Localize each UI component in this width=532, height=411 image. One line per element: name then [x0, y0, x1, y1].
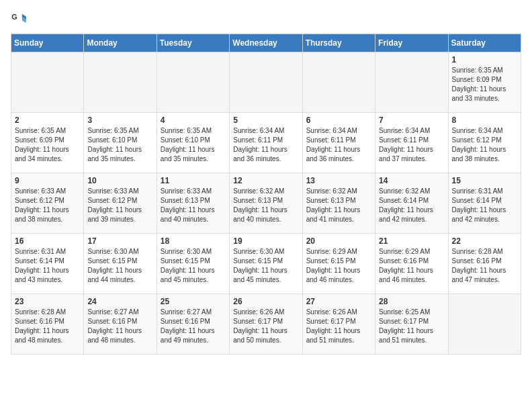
day-of-week-header: Tuesday — [157, 34, 229, 52]
day-number: 27 — [306, 297, 371, 306]
day-number: 21 — [379, 236, 444, 246]
calendar-day-cell: 21Sunrise: 6:29 AM Sunset: 6:16 PM Dayli… — [375, 234, 448, 294]
calendar-day-cell — [11, 52, 84, 113]
calendar-day-cell — [448, 294, 521, 355]
day-number: 16 — [15, 236, 80, 246]
day-number: 1 — [452, 55, 517, 64]
calendar-day-cell: 11Sunrise: 6:33 AM Sunset: 6:13 PM Dayli… — [157, 173, 229, 234]
day-number: 7 — [379, 116, 444, 125]
logo: G — [11, 11, 30, 27]
calendar-day-cell: 23Sunrise: 6:28 AM Sunset: 6:16 PM Dayli… — [11, 294, 84, 355]
day-info: Sunrise: 6:34 AM Sunset: 6:11 PM Dayligh… — [379, 126, 444, 164]
day-number: 13 — [306, 176, 371, 185]
calendar-day-cell — [230, 52, 302, 113]
day-number: 20 — [306, 236, 371, 246]
day-number: 4 — [161, 116, 226, 125]
calendar-day-cell: 9Sunrise: 6:33 AM Sunset: 6:12 PM Daylig… — [11, 173, 84, 234]
calendar-day-cell: 26Sunrise: 6:26 AM Sunset: 6:17 PM Dayli… — [230, 294, 302, 355]
day-number: 19 — [233, 236, 298, 246]
calendar-day-cell: 24Sunrise: 6:27 AM Sunset: 6:16 PM Dayli… — [84, 294, 157, 355]
day-number: 2 — [15, 116, 80, 125]
day-number: 11 — [161, 176, 226, 185]
day-of-week-header: Thursday — [302, 34, 375, 52]
day-info: Sunrise: 6:32 AM Sunset: 6:13 PM Dayligh… — [233, 187, 298, 224]
day-info: Sunrise: 6:26 AM Sunset: 6:17 PM Dayligh… — [233, 308, 298, 345]
day-info: Sunrise: 6:32 AM Sunset: 6:13 PM Dayligh… — [306, 187, 371, 224]
calendar-day-cell: 25Sunrise: 6:27 AM Sunset: 6:16 PM Dayli… — [157, 294, 229, 355]
day-number: 8 — [452, 116, 517, 125]
calendar-day-cell: 16Sunrise: 6:31 AM Sunset: 6:14 PM Dayli… — [11, 234, 84, 294]
calendar-day-cell — [302, 52, 375, 113]
day-info: Sunrise: 6:35 AM Sunset: 6:10 PM Dayligh… — [161, 126, 226, 164]
calendar-day-cell: 4Sunrise: 6:35 AM Sunset: 6:10 PM Daylig… — [157, 113, 229, 173]
calendar-day-cell: 20Sunrise: 6:29 AM Sunset: 6:15 PM Dayli… — [302, 234, 375, 294]
day-info: Sunrise: 6:28 AM Sunset: 6:16 PM Dayligh… — [452, 247, 517, 285]
calendar-table: SundayMondayTuesdayWednesdayThursdayFrid… — [11, 34, 521, 355]
calendar-day-cell: 8Sunrise: 6:34 AM Sunset: 6:12 PM Daylig… — [448, 113, 521, 173]
calendar-day-cell — [157, 52, 229, 113]
calendar-day-cell: 17Sunrise: 6:30 AM Sunset: 6:15 PM Dayli… — [84, 234, 157, 294]
day-info: Sunrise: 6:30 AM Sunset: 6:15 PM Dayligh… — [87, 247, 152, 285]
calendar-day-cell: 28Sunrise: 6:25 AM Sunset: 6:17 PM Dayli… — [375, 294, 448, 355]
calendar-day-cell: 1Sunrise: 6:35 AM Sunset: 6:09 PM Daylig… — [448, 52, 521, 113]
day-number: 24 — [87, 297, 152, 306]
day-info: Sunrise: 6:35 AM Sunset: 6:09 PM Dayligh… — [452, 66, 517, 103]
day-of-week-header: Saturday — [448, 34, 521, 52]
day-info: Sunrise: 6:31 AM Sunset: 6:14 PM Dayligh… — [15, 247, 80, 285]
calendar-header-row: SundayMondayTuesdayWednesdayThursdayFrid… — [11, 34, 521, 52]
calendar-day-cell — [375, 52, 448, 113]
day-info: Sunrise: 6:33 AM Sunset: 6:12 PM Dayligh… — [87, 187, 152, 224]
day-number: 5 — [233, 116, 298, 125]
day-of-week-header: Friday — [375, 34, 448, 52]
calendar-week-row: 1Sunrise: 6:35 AM Sunset: 6:09 PM Daylig… — [11, 52, 521, 113]
calendar-day-cell: 13Sunrise: 6:32 AM Sunset: 6:13 PM Dayli… — [302, 173, 375, 234]
calendar-day-cell: 2Sunrise: 6:35 AM Sunset: 6:09 PM Daylig… — [11, 113, 84, 173]
day-number: 10 — [87, 176, 152, 185]
calendar-day-cell: 27Sunrise: 6:26 AM Sunset: 6:17 PM Dayli… — [302, 294, 375, 355]
day-info: Sunrise: 6:35 AM Sunset: 6:09 PM Dayligh… — [15, 126, 80, 164]
day-number: 6 — [306, 116, 371, 125]
day-info: Sunrise: 6:29 AM Sunset: 6:16 PM Dayligh… — [379, 247, 444, 285]
day-number: 3 — [87, 116, 152, 125]
day-info: Sunrise: 6:34 AM Sunset: 6:12 PM Dayligh… — [452, 126, 517, 164]
day-number: 12 — [233, 176, 298, 185]
day-info: Sunrise: 6:33 AM Sunset: 6:12 PM Dayligh… — [15, 187, 80, 224]
day-info: Sunrise: 6:25 AM Sunset: 6:17 PM Dayligh… — [379, 308, 444, 345]
day-number: 26 — [233, 297, 298, 306]
day-number: 18 — [161, 236, 226, 246]
day-info: Sunrise: 6:34 AM Sunset: 6:11 PM Dayligh… — [306, 126, 371, 164]
calendar-week-row: 23Sunrise: 6:28 AM Sunset: 6:16 PM Dayli… — [11, 294, 521, 355]
day-info: Sunrise: 6:30 AM Sunset: 6:15 PM Dayligh… — [233, 247, 298, 285]
day-info: Sunrise: 6:27 AM Sunset: 6:16 PM Dayligh… — [161, 308, 226, 345]
calendar-day-cell: 12Sunrise: 6:32 AM Sunset: 6:13 PM Dayli… — [230, 173, 302, 234]
calendar-day-cell: 6Sunrise: 6:34 AM Sunset: 6:11 PM Daylig… — [302, 113, 375, 173]
day-number: 15 — [452, 176, 517, 185]
calendar-day-cell: 18Sunrise: 6:30 AM Sunset: 6:15 PM Dayli… — [157, 234, 229, 294]
calendar-day-cell: 7Sunrise: 6:34 AM Sunset: 6:11 PM Daylig… — [375, 113, 448, 173]
calendar-day-cell: 15Sunrise: 6:31 AM Sunset: 6:14 PM Dayli… — [448, 173, 521, 234]
calendar-week-row: 9Sunrise: 6:33 AM Sunset: 6:12 PM Daylig… — [11, 173, 521, 234]
day-of-week-header: Monday — [84, 34, 157, 52]
calendar-week-row: 2Sunrise: 6:35 AM Sunset: 6:09 PM Daylig… — [11, 113, 521, 173]
day-info: Sunrise: 6:27 AM Sunset: 6:16 PM Dayligh… — [87, 308, 152, 345]
day-info: Sunrise: 6:29 AM Sunset: 6:15 PM Dayligh… — [306, 247, 371, 285]
svg-text:G: G — [11, 13, 17, 21]
calendar-day-cell — [84, 52, 157, 113]
day-number: 14 — [379, 176, 444, 185]
calendar-day-cell: 22Sunrise: 6:28 AM Sunset: 6:16 PM Dayli… — [448, 234, 521, 294]
calendar-day-cell: 5Sunrise: 6:34 AM Sunset: 6:11 PM Daylig… — [230, 113, 302, 173]
calendar-day-cell: 3Sunrise: 6:35 AM Sunset: 6:10 PM Daylig… — [84, 113, 157, 173]
calendar-day-cell: 19Sunrise: 6:30 AM Sunset: 6:15 PM Dayli… — [230, 234, 302, 294]
day-info: Sunrise: 6:32 AM Sunset: 6:14 PM Dayligh… — [379, 187, 444, 224]
day-of-week-header: Sunday — [11, 34, 84, 52]
day-number: 25 — [161, 297, 226, 306]
day-info: Sunrise: 6:34 AM Sunset: 6:11 PM Dayligh… — [233, 126, 298, 164]
day-number: 22 — [452, 236, 517, 246]
calendar-day-cell: 14Sunrise: 6:32 AM Sunset: 6:14 PM Dayli… — [375, 173, 448, 234]
calendar-week-row: 16Sunrise: 6:31 AM Sunset: 6:14 PM Dayli… — [11, 234, 521, 294]
page-header: G — [11, 11, 521, 27]
day-number: 17 — [87, 236, 152, 246]
day-info: Sunrise: 6:28 AM Sunset: 6:16 PM Dayligh… — [15, 308, 80, 345]
day-number: 9 — [15, 176, 80, 185]
calendar-day-cell: 10Sunrise: 6:33 AM Sunset: 6:12 PM Dayli… — [84, 173, 157, 234]
